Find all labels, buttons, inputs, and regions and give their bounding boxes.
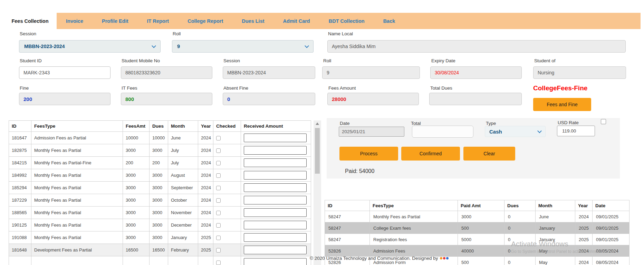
fees-col-dues: Dues (150, 121, 168, 132)
received-amount-input[interactable] (244, 221, 307, 229)
absent-fine-label: Absent Fine (223, 85, 248, 91)
row-checkbox[interactable] (216, 211, 221, 215)
row-checkbox[interactable] (216, 261, 221, 265)
tab-invoice[interactable]: Invoice (57, 13, 93, 29)
usd-rate-label: USD Rate (558, 120, 579, 125)
received-amount-input[interactable] (244, 258, 307, 265)
cell-dues: 3000 (150, 144, 168, 157)
received-amount-input[interactable] (244, 158, 307, 167)
student-id-input[interactable] (19, 66, 110, 79)
row-checkbox[interactable] (216, 161, 221, 165)
cell-feesamt: 3000 (123, 207, 150, 219)
cell-year: 2024 (198, 144, 213, 157)
cell-month: July (168, 144, 198, 157)
pay-total-input[interactable] (412, 126, 473, 138)
usd-rate-input[interactable] (557, 126, 595, 136)
cell-id: 191088 (9, 231, 31, 244)
confirmed-button[interactable]: Confirmed (401, 147, 460, 161)
tab-profile-edit[interactable]: Profile Edit (93, 13, 138, 29)
process-button[interactable]: Process (339, 147, 398, 161)
cell-year: 2024 (575, 257, 593, 265)
tab-dues-list[interactable]: Dues List (232, 13, 273, 29)
row-checkbox[interactable] (216, 148, 221, 153)
paid-row: 58247Monthly Fees as Partial30000June202… (325, 211, 629, 222)
roll-select[interactable]: 9 (172, 40, 314, 53)
cell-received-amount (241, 144, 311, 157)
cell-date: 08/05/2024 (593, 257, 629, 265)
scrollbar-thumb[interactable] (315, 128, 320, 174)
activate-windows-subtext: Go to System in Control Panel to activat… (511, 249, 605, 254)
row-checkbox[interactable] (216, 198, 221, 203)
fees-col-year: Year (198, 121, 213, 132)
session-select-label: Session (20, 31, 36, 36)
cell-received-amount (241, 244, 311, 256)
received-amount-input[interactable] (244, 134, 307, 142)
fees-row: 187229Monthly Fees as Partial30003000Oct… (9, 194, 311, 207)
cell-checked (213, 132, 241, 144)
received-amount-input[interactable] (244, 171, 307, 180)
tab-bdt-collection[interactable]: BDT Collection (319, 13, 374, 29)
paid-row: 58247Registration fees50000January202509… (325, 234, 629, 245)
cell-feesamt: 200 (123, 157, 150, 169)
tab-admit-card[interactable]: Admit Card (274, 13, 319, 29)
usd-checkbox[interactable] (601, 119, 606, 124)
received-amount-input[interactable] (244, 146, 307, 155)
student-mobile-label: Student Mobile No (122, 58, 160, 63)
name-local-label: Name Local (328, 31, 353, 36)
received-amount-input[interactable] (244, 246, 307, 254)
tab-back[interactable]: Back (374, 13, 405, 29)
fees-amount-label: Fees Amount (328, 85, 356, 91)
cell-received-amount (241, 157, 311, 169)
cell-dues: 16500 (150, 244, 168, 256)
session-select[interactable]: MBBN-2023-2024 (19, 40, 161, 53)
tab-college-report[interactable]: College Report (178, 13, 232, 29)
cell-month: November (168, 207, 198, 219)
fees-row: 190125Monthly Fees as Partial30003000Dec… (9, 219, 311, 231)
cell-month: June (168, 132, 198, 144)
cell-dues: 3000 (150, 194, 168, 207)
row-checkbox[interactable] (216, 186, 221, 190)
cell-feestype: Monthly Fees as Partial (31, 231, 123, 244)
cell-year: 2025 (198, 231, 213, 244)
cell-date: 09/01/2025 (593, 222, 629, 234)
cell-month: June (536, 211, 575, 222)
cell-year: 2025 (575, 222, 593, 234)
cell-id: 181647 (9, 132, 31, 144)
clear-button[interactable]: Clear (463, 147, 515, 161)
cell-received-amount (241, 219, 311, 231)
cell-paid-amt: 3000 (458, 211, 504, 222)
vertical-scrollbar[interactable] (314, 120, 321, 265)
cell-id: 188565 (9, 207, 31, 219)
cell-dues: 0 (504, 222, 536, 234)
row-checkbox[interactable] (216, 173, 221, 178)
tab-it-report[interactable]: IT Report (138, 13, 179, 29)
cell-received-amount (241, 256, 311, 265)
cell-feesamt: 3000 (123, 182, 150, 194)
row-checkbox[interactable] (216, 248, 221, 253)
paid-table: IDFeesTypePaid AmtDuesMonthYearDate 5824… (325, 200, 629, 265)
absent-fine-field: 0 (223, 93, 315, 105)
received-amount-input[interactable] (244, 233, 307, 242)
cell-id: 52826 (325, 245, 370, 257)
received-amount-input[interactable] (244, 196, 307, 204)
cell-feesamt: 10000 (123, 132, 150, 144)
row-checkbox[interactable] (216, 136, 221, 140)
chevron-down-icon (305, 44, 309, 48)
fees-row-partial (9, 256, 311, 265)
fees-and-fine-button[interactable]: Fees and Fine (533, 98, 591, 111)
student-of-field: Nursing (533, 66, 626, 79)
tab-fees-collection[interactable]: Fees Collection (3, 13, 57, 29)
pay-type-select[interactable]: Cash (485, 126, 546, 137)
chevron-down-icon (537, 129, 542, 133)
row-checkbox[interactable] (216, 236, 221, 240)
received-amount-input[interactable] (244, 208, 307, 217)
scroll-up-button[interactable] (314, 120, 321, 127)
fees-row: 181647Admission Fees as Partial100001000… (9, 132, 311, 144)
row-checkbox[interactable] (216, 223, 221, 228)
received-amount-input[interactable] (244, 183, 307, 192)
cell-id: 184215 (9, 157, 31, 169)
designer-logo-icon (440, 257, 449, 259)
pay-date-input[interactable] (339, 127, 404, 137)
fees-col-feesamt: FeesAmt (123, 121, 150, 132)
expiry-date-value: 30/08/2024 (435, 70, 459, 75)
